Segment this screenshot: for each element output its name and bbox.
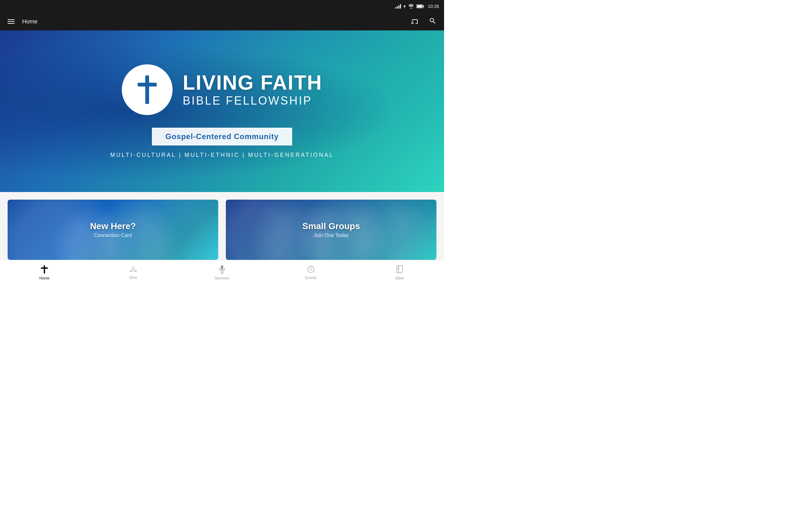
give-hands-icon bbox=[129, 266, 137, 274]
svg-rect-2 bbox=[417, 5, 422, 8]
nav-title: Home bbox=[22, 18, 409, 25]
home-cross-icon bbox=[41, 265, 48, 275]
cards-section: New Here? Connection Card Small Groups J… bbox=[0, 192, 444, 260]
nav-bar: Home bbox=[0, 13, 444, 31]
small-groups-title: Small Groups bbox=[302, 221, 360, 231]
status-bar: ▾ 10:26 bbox=[0, 0, 444, 13]
logo-section: LIVING FAITH BIBLE FELLOWSHIP bbox=[122, 64, 322, 115]
subtitle-text: MULTI-CULTURAL | MULTI-ETHNIC | MULTI-GE… bbox=[110, 152, 334, 158]
bottom-nav-events[interactable]: Events bbox=[266, 260, 355, 285]
new-here-subtitle: Connection Card bbox=[94, 233, 132, 238]
hamburger-menu-button[interactable] bbox=[5, 17, 17, 26]
church-name-main: LIVING FAITH bbox=[183, 72, 322, 94]
nav-actions bbox=[409, 14, 439, 29]
church-logo bbox=[122, 64, 172, 115]
new-here-title: New Here? bbox=[90, 221, 136, 231]
bottom-nav-give[interactable]: Give bbox=[89, 260, 177, 285]
church-name-block: LIVING FAITH BIBLE FELLOWSHIP bbox=[183, 72, 322, 108]
bottom-nav: Home Give Sermons bbox=[0, 260, 444, 285]
bible-label: Bible bbox=[396, 276, 404, 280]
svg-rect-7 bbox=[41, 268, 48, 269]
new-here-card[interactable]: New Here? Connection Card bbox=[8, 200, 218, 260]
status-icons: ▾ 10:26 bbox=[395, 4, 439, 9]
search-button[interactable] bbox=[426, 14, 439, 29]
svg-rect-12 bbox=[397, 266, 403, 273]
wifi-icon: ▾ bbox=[403, 4, 406, 9]
svg-point-0 bbox=[410, 8, 412, 9]
bible-book-icon bbox=[396, 265, 403, 275]
church-name-sub: BIBLE FELLOWSHIP bbox=[183, 94, 322, 107]
bottom-nav-bible[interactable]: Bible bbox=[355, 260, 444, 285]
events-label: Events bbox=[305, 276, 317, 280]
home-label: Home bbox=[39, 276, 49, 280]
svg-rect-5 bbox=[138, 83, 157, 87]
cast-button[interactable] bbox=[409, 14, 421, 29]
small-groups-card-content: Small Groups Join One Today bbox=[226, 200, 437, 260]
bottom-nav-sermons[interactable]: Sermons bbox=[177, 260, 266, 285]
battery-icon bbox=[416, 4, 424, 9]
small-groups-subtitle: Join One Today bbox=[314, 233, 349, 238]
svg-rect-8 bbox=[221, 265, 223, 270]
tagline-box: Gospel-Centered Community bbox=[152, 128, 292, 146]
svg-rect-6 bbox=[44, 265, 45, 274]
cross-logo-icon bbox=[135, 74, 160, 106]
hero-banner: LIVING FAITH BIBLE FELLOWSHIP Gospel-Cen… bbox=[0, 31, 444, 192]
bottom-nav-home[interactable]: Home bbox=[0, 260, 89, 285]
sermons-label: Sermons bbox=[214, 276, 230, 280]
time-display: 10:26 bbox=[428, 4, 439, 9]
wifi-icon bbox=[408, 4, 414, 9]
events-clock-icon bbox=[307, 266, 315, 274]
signal-icon bbox=[395, 4, 401, 9]
svg-rect-4 bbox=[145, 75, 149, 104]
svg-rect-10 bbox=[220, 273, 223, 274]
tagline-text: Gospel-Centered Community bbox=[165, 132, 278, 141]
svg-rect-3 bbox=[423, 6, 424, 7]
sermons-mic-icon bbox=[218, 265, 225, 275]
give-label: Give bbox=[130, 275, 137, 280]
small-groups-card[interactable]: Small Groups Join One Today bbox=[226, 200, 437, 260]
new-here-card-content: New Here? Connection Card bbox=[8, 200, 218, 260]
